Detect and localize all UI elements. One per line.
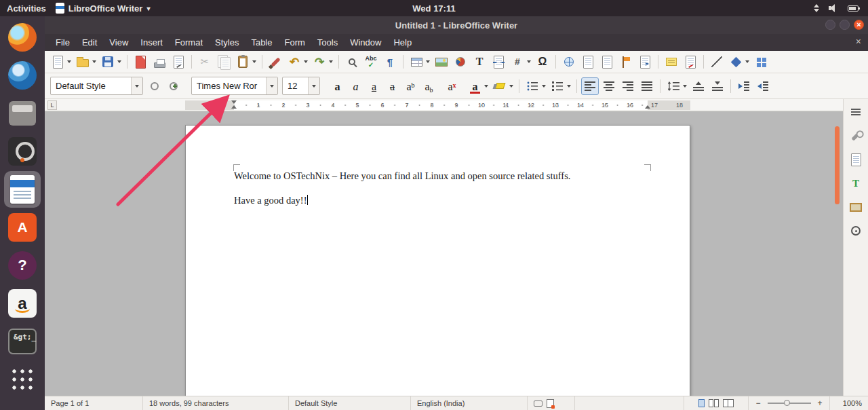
close-document-button[interactable]: × — [856, 36, 861, 47]
new-document-dropdown[interactable] — [66, 54, 73, 70]
menu-table[interactable]: Table — [245, 35, 278, 50]
subscript-button[interactable]: ab — [420, 77, 437, 95]
decrease-indent-button[interactable] — [754, 77, 772, 95]
insert-footnote-button[interactable] — [579, 53, 597, 71]
redo-button[interactable]: ↷ — [311, 53, 328, 71]
sidebar-properties-button[interactable] — [847, 127, 865, 145]
paragraph-style-dropdown[interactable] — [131, 77, 142, 94]
align-center-button[interactable] — [600, 77, 618, 95]
font-color-dropdown[interactable] — [483, 78, 490, 94]
copy-button[interactable] — [215, 53, 233, 71]
insert-page-break-button[interactable] — [490, 53, 507, 71]
menu-edit[interactable]: Edit — [76, 35, 103, 50]
menu-styles[interactable]: Styles — [209, 35, 245, 50]
font-name-dropdown[interactable] — [266, 77, 277, 94]
page-style-status[interactable]: Default Style — [289, 396, 411, 410]
sidebar-navigator-button[interactable] — [847, 222, 865, 240]
save-dropdown[interactable] — [116, 54, 123, 70]
title-bar[interactable]: Untitled 1 - LibreOffice Writer × — [45, 16, 868, 34]
insert-bookmark-button[interactable] — [617, 53, 635, 71]
activities-button[interactable]: Activities — [7, 3, 46, 14]
dock-item-help[interactable]: ? — [4, 247, 41, 284]
unordered-list-button[interactable] — [524, 77, 541, 95]
dock-item-libreoffice-writer[interactable] — [4, 171, 41, 208]
close-button[interactable]: × — [854, 20, 864, 30]
basic-shapes-dropdown[interactable] — [744, 54, 751, 70]
cut-button[interactable]: ✂ — [196, 53, 214, 71]
language-status[interactable]: English (India) — [411, 396, 528, 410]
line-spacing-button[interactable] — [665, 77, 682, 95]
insert-table-button[interactable] — [408, 53, 425, 71]
word-count-status[interactable]: 18 words, 99 characters — [143, 396, 289, 410]
italic-button[interactable]: a — [347, 77, 364, 95]
increase-indent-button[interactable] — [735, 77, 753, 95]
dock-item-firefox[interactable] — [4, 19, 41, 56]
minimize-button[interactable] — [825, 20, 835, 30]
sidebar-styles-button[interactable]: T — [847, 174, 865, 192]
dock-item-show-applications[interactable] — [4, 361, 41, 398]
page-number-status[interactable]: Page 1 of 1 — [45, 396, 143, 410]
bold-button[interactable]: a — [329, 77, 346, 95]
insert-endnote-button[interactable] — [598, 53, 616, 71]
menu-format[interactable]: Format — [169, 35, 209, 50]
paragraph-2[interactable]: Have a good day!! — [234, 195, 648, 206]
insert-field-dropdown[interactable] — [526, 54, 532, 70]
zoom-slider-thumb[interactable] — [784, 400, 790, 406]
unordered-list-dropdown[interactable] — [540, 78, 547, 94]
export-pdf-button[interactable] — [132, 53, 149, 71]
tab-stop-type-selector[interactable]: L — [47, 100, 57, 110]
horizontal-ruler[interactable]: L 1 2 3 4 5 6 7 8 9 10 11 12 13 14 15 16… — [45, 99, 868, 111]
insert-special-character-button[interactable]: Ω — [534, 53, 551, 71]
formatting-marks-button[interactable]: ¶ — [381, 53, 399, 71]
justify-button[interactable] — [638, 77, 656, 95]
paragraph-style-combo[interactable]: Default Style — [50, 77, 143, 95]
underline-button[interactable]: a — [366, 77, 382, 95]
superscript-button[interactable]: ab — [402, 77, 419, 95]
find-replace-button[interactable] — [343, 53, 361, 71]
strikethrough-button[interactable]: a — [384, 77, 401, 95]
dock-item-amazon[interactable]: a — [4, 285, 41, 322]
menu-form[interactable]: Form — [278, 35, 311, 50]
highlight-color-button[interactable] — [491, 77, 509, 95]
left-indent-marker[interactable] — [231, 105, 237, 109]
sidebar-settings-button[interactable] — [847, 103, 865, 121]
align-left-button[interactable] — [581, 77, 599, 95]
sidebar-page-button[interactable] — [847, 151, 865, 168]
document-text[interactable]: Welcome to OSTechNix – Here you can find… — [186, 126, 690, 206]
dock-item-files[interactable] — [4, 95, 41, 132]
redo-dropdown[interactable] — [328, 54, 334, 70]
show-draw-functions-button[interactable] — [752, 53, 770, 71]
ordered-list-dropdown[interactable] — [566, 78, 572, 94]
decrease-paragraph-spacing-button[interactable] — [709, 77, 726, 95]
paste-button[interactable] — [234, 53, 252, 71]
sidebar-gallery-button[interactable] — [847, 198, 865, 216]
zoom-in-button[interactable]: + — [818, 398, 823, 408]
font-name-combo[interactable]: Times New Ror — [191, 77, 278, 95]
increase-paragraph-spacing-button[interactable] — [690, 77, 707, 95]
insert-hyperlink-button[interactable] — [560, 53, 578, 71]
first-line-indent-marker[interactable] — [231, 100, 237, 104]
document-area[interactable]: Welcome to OSTechNix – Here you can find… — [45, 111, 868, 396]
font-color-button[interactable]: a — [467, 77, 484, 95]
book-view-button[interactable] — [723, 399, 734, 407]
update-style-button[interactable] — [146, 77, 163, 95]
align-right-button[interactable] — [619, 77, 637, 95]
basic-shapes-button[interactable] — [727, 53, 745, 71]
menu-file[interactable]: File — [50, 35, 76, 50]
highlight-color-dropdown[interactable] — [508, 78, 515, 94]
menu-help[interactable]: Help — [387, 35, 418, 50]
zoom-level-status[interactable]: 100% — [830, 396, 868, 410]
dock-item-thunderbird[interactable] — [4, 57, 41, 94]
system-tray[interactable] — [814, 4, 868, 12]
vertical-scrollbar[interactable] — [835, 126, 840, 204]
menu-insert[interactable]: Insert — [134, 35, 169, 50]
app-menu-button[interactable]: LibreOffice Writer ▾ — [56, 3, 151, 14]
dock-item-ubuntu-software[interactable]: A — [4, 209, 41, 246]
print-preview-button[interactable] — [170, 53, 187, 71]
mode-status[interactable] — [528, 396, 575, 410]
dock-item-rhythmbox[interactable] — [4, 133, 41, 170]
paste-dropdown[interactable] — [251, 54, 258, 70]
dock-item-terminal[interactable]: &gt;_ — [4, 323, 41, 360]
new-document-button[interactable] — [49, 53, 66, 71]
menu-window[interactable]: Window — [344, 35, 387, 50]
